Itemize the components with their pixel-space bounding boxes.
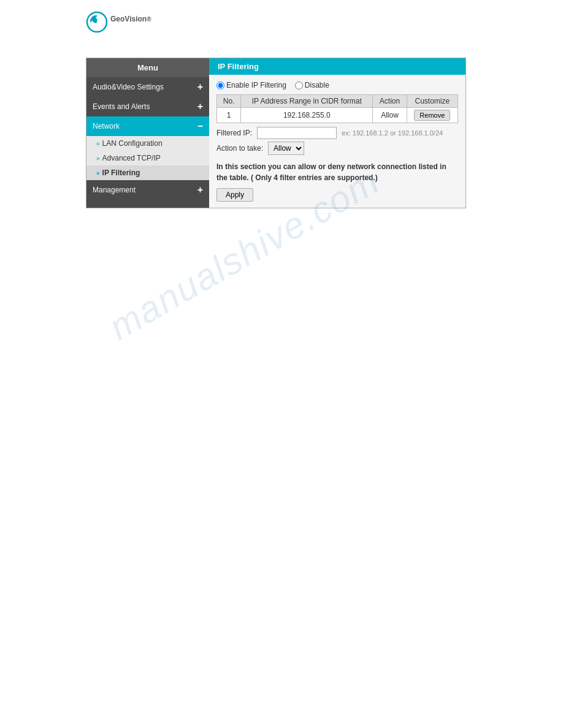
arrow-icon-lan: » bbox=[96, 140, 100, 147]
sidebar-subitem-lan-config[interactable]: » LAN Configuration bbox=[86, 136, 209, 151]
network-submenu: » LAN Configuration » Advanced TCP/IP » … bbox=[86, 136, 209, 180]
disable-label-text: Disable bbox=[305, 81, 329, 89]
tab-ip-filtering[interactable]: IP Filtering bbox=[209, 58, 267, 75]
enable-radio[interactable] bbox=[216, 82, 224, 89]
remove-button[interactable]: Remove bbox=[414, 110, 450, 121]
action-select[interactable]: Allow Deny bbox=[268, 142, 304, 155]
cell-no: 1 bbox=[217, 108, 241, 123]
col-no: No. bbox=[217, 95, 241, 108]
geovision-logo-icon bbox=[86, 11, 108, 33]
table-row: 1 192.168.255.0 Allow Remove bbox=[217, 108, 458, 123]
arrow-icon-ipfilter: » bbox=[96, 170, 100, 176]
col-action: Action bbox=[373, 95, 407, 108]
sidebar-item-audio-video[interactable]: Audio&Video Settings + bbox=[86, 77, 209, 97]
main-content: Menu Audio&Video Settings + Events and A… bbox=[0, 39, 563, 227]
action-to-take-label: Action to take: bbox=[216, 144, 263, 153]
filtered-ip-row: Filtered IP: ex: 192.168.1.2 or 192.168.… bbox=[216, 127, 458, 139]
plus-icon-events-alerts: + bbox=[197, 101, 203, 112]
plus-icon-audio-video: + bbox=[197, 82, 203, 93]
action-row: Action to take: Allow Deny bbox=[216, 142, 458, 155]
sidebar-item-management[interactable]: Management + bbox=[86, 180, 209, 200]
sidebar-item-label-events-alerts: Events and Alerts bbox=[93, 102, 150, 111]
subitem-label-ipfilter: IP Filtering bbox=[102, 169, 140, 177]
filtered-ip-label: Filtered IP: bbox=[216, 129, 252, 137]
sidebar-item-network[interactable]: Network − bbox=[86, 116, 209, 136]
sidebar-item-label-audio-video: Audio&Video Settings bbox=[93, 83, 164, 91]
filter-options: Enable IP Filtering Disable bbox=[216, 81, 458, 89]
plus-icon-management: + bbox=[197, 184, 203, 195]
tab-bar: IP Filtering bbox=[209, 58, 465, 75]
sidebar-item-label-management: Management bbox=[93, 186, 136, 194]
sidebar-subitem-ip-filtering[interactable]: » IP Filtering bbox=[86, 165, 209, 180]
sidebar-menu-header: Menu bbox=[86, 58, 209, 77]
subitem-label-tcp: Advanced TCP/IP bbox=[102, 154, 161, 162]
sidebar: Menu Audio&Video Settings + Events and A… bbox=[86, 58, 209, 208]
logo: GeoVision® bbox=[86, 11, 563, 33]
header: GeoVision® bbox=[0, 0, 563, 39]
sidebar-item-events-alerts[interactable]: Events and Alerts + bbox=[86, 97, 209, 116]
enable-radio-label[interactable]: Enable IP Filtering bbox=[216, 81, 286, 89]
sidebar-item-label-network: Network bbox=[93, 122, 120, 131]
sidebar-subitem-advanced-tcp[interactable]: » Advanced TCP/IP bbox=[86, 151, 209, 165]
col-customize: Customize bbox=[407, 95, 458, 108]
disable-radio[interactable] bbox=[295, 82, 303, 89]
right-panel: IP Filtering Enable IP Filtering Disable bbox=[209, 58, 465, 208]
ip-hint: ex: 192.168.1.2 or 192.168.1.0/24 bbox=[342, 129, 443, 137]
enable-label-text: Enable IP Filtering bbox=[226, 81, 286, 89]
info-text: In this section you can allow or deny ne… bbox=[216, 161, 458, 183]
cell-customize[interactable]: Remove bbox=[407, 108, 458, 123]
cell-action: Allow bbox=[373, 108, 407, 123]
filter-table: No. IP Address Range in CIDR format Acti… bbox=[216, 94, 458, 123]
content-area: Enable IP Filtering Disable No. IP Add bbox=[209, 75, 465, 208]
apply-button[interactable]: Apply bbox=[216, 188, 253, 202]
minus-icon-network: − bbox=[197, 121, 203, 132]
filtered-ip-input[interactable] bbox=[257, 127, 337, 139]
cell-ip-range: 192.168.255.0 bbox=[241, 108, 373, 123]
col-ip-range: IP Address Range in CIDR format bbox=[241, 95, 373, 108]
disable-radio-label[interactable]: Disable bbox=[295, 81, 329, 89]
ui-panel: Menu Audio&Video Settings + Events and A… bbox=[86, 58, 466, 208]
logo-text: GeoVision® bbox=[110, 14, 151, 30]
arrow-icon-tcp: » bbox=[96, 155, 100, 162]
subitem-label-lan: LAN Configuration bbox=[102, 139, 163, 148]
